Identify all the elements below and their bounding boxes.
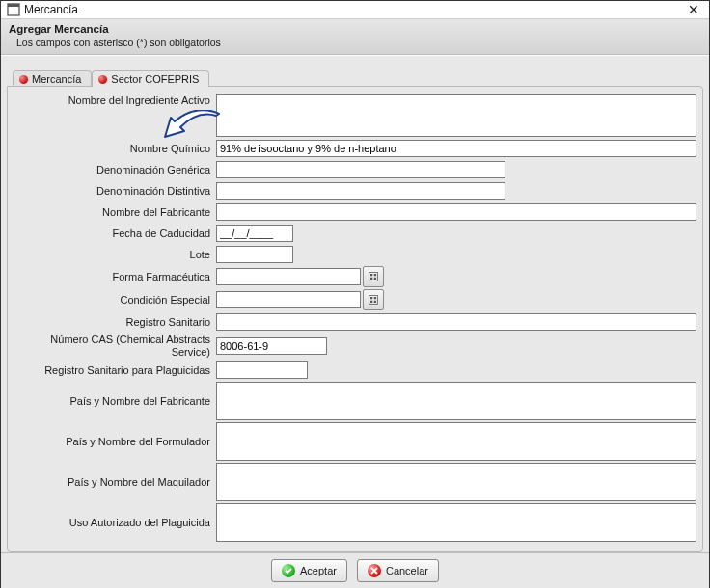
input-uso-aut[interactable] xyxy=(216,503,696,542)
label-denominacion-distintiva: Denominación Distintiva xyxy=(14,185,216,198)
svg-rect-1 xyxy=(8,4,19,7)
label-forma-farmaceutica: Forma Farmacéutica xyxy=(14,271,216,283)
dot-icon xyxy=(19,75,28,84)
input-forma-farmaceutica[interactable] xyxy=(216,268,361,285)
input-pais-form[interactable] xyxy=(216,422,696,461)
svg-rect-4 xyxy=(374,274,376,276)
svg-rect-9 xyxy=(374,297,376,299)
mercancia-window: Mercancía ✕ Agregar Mercancía Los campos… xyxy=(0,0,710,588)
tab-cofepris-label: Sector COFEPRIS xyxy=(111,73,199,85)
label-nombre-quimico: Nombre Químico xyxy=(14,143,216,155)
label-condicion-especial: Condición Especial xyxy=(14,294,216,307)
tab-cofepris[interactable]: Sector COFEPRIS xyxy=(92,70,209,87)
label-denominacion-generica: Denominación Genérica xyxy=(14,164,216,176)
svg-rect-11 xyxy=(374,301,376,303)
input-nombre-quimico[interactable] xyxy=(216,140,696,157)
label-nombre-ingrediente: Nombre del Ingrediente Activo xyxy=(14,94,216,137)
svg-rect-6 xyxy=(374,278,376,280)
input-pais-fab[interactable] xyxy=(216,382,696,420)
label-cas: Número CAS (Chemical Abstracts Service) xyxy=(14,334,216,359)
tab-mercancia-label: Mercancía xyxy=(32,73,81,85)
subheader-title: Agregar Mercancía xyxy=(9,23,701,35)
svg-rect-2 xyxy=(369,273,378,281)
tab-mercancia[interactable]: Mercancía xyxy=(13,70,92,87)
cancel-icon xyxy=(368,564,381,577)
catalog-icon xyxy=(368,271,379,282)
input-nombre-fabricante[interactable] xyxy=(216,203,696,221)
input-reg-san-plag[interactable] xyxy=(216,361,308,379)
label-pais-form: País y Nombre del Formulador xyxy=(14,436,216,448)
svg-rect-7 xyxy=(369,296,378,305)
tabstrip: Mercancía Sector COFEPRIS xyxy=(13,69,703,86)
window-title: Mercancía xyxy=(24,3,684,16)
close-icon[interactable]: ✕ xyxy=(684,1,703,18)
tab-panel-cofepris: Nombre del Ingrediente Activo Nombre Quí… xyxy=(7,86,703,552)
catalog-icon xyxy=(368,294,379,306)
lookup-forma-farmaceutica-button[interactable] xyxy=(363,266,384,287)
subheader: Agregar Mercancía Los campos con asteris… xyxy=(1,19,709,55)
input-denominacion-generica[interactable] xyxy=(216,161,505,178)
input-cas[interactable] xyxy=(216,337,327,355)
svg-rect-10 xyxy=(370,301,372,303)
lookup-condicion-especial-button[interactable] xyxy=(363,289,384,310)
label-pais-fab: País y Nombre del Fabricante xyxy=(14,395,216,408)
work-area: Mercancía Sector COFEPRIS Nombre del Ing… xyxy=(1,55,709,552)
accept-button-label: Aceptar xyxy=(300,565,337,576)
label-lote: Lote xyxy=(14,249,216,261)
label-nombre-fabricante: Nombre del Fabricante xyxy=(14,206,216,219)
dot-icon xyxy=(98,75,107,84)
input-lote[interactable] xyxy=(216,246,293,263)
input-condicion-especial[interactable] xyxy=(216,291,361,308)
input-fecha-caducidad[interactable] xyxy=(216,225,293,242)
footer: Aceptar Cancelar xyxy=(1,552,709,588)
cancel-button[interactable]: Cancelar xyxy=(357,559,439,582)
check-icon xyxy=(282,564,295,577)
svg-rect-5 xyxy=(370,278,372,280)
input-nombre-ingrediente[interactable] xyxy=(216,94,696,137)
input-denominacion-distintiva[interactable] xyxy=(216,182,505,200)
svg-rect-8 xyxy=(370,297,372,299)
label-pais-maq: País y Nombre del Maquilador xyxy=(14,476,216,489)
cancel-button-label: Cancelar xyxy=(386,565,428,576)
accept-button[interactable]: Aceptar xyxy=(271,559,347,582)
svg-rect-3 xyxy=(370,274,372,276)
label-uso-aut: Uso Autorizado del Plaguicida xyxy=(14,517,216,529)
label-registro-sanitario: Registro Sanitario xyxy=(14,316,216,329)
titlebar: Mercancía ✕ xyxy=(1,1,709,19)
window-icon xyxy=(7,3,20,16)
input-registro-sanitario[interactable] xyxy=(216,313,696,331)
input-pais-maq[interactable] xyxy=(216,463,696,501)
subheader-subtitle: Los campos con asterisco (*) son obligat… xyxy=(16,37,701,48)
label-reg-san-plag: Registro Sanitario para Plaguicidas xyxy=(14,364,216,377)
label-fecha-caducidad: Fecha de Caducidad xyxy=(14,227,216,240)
